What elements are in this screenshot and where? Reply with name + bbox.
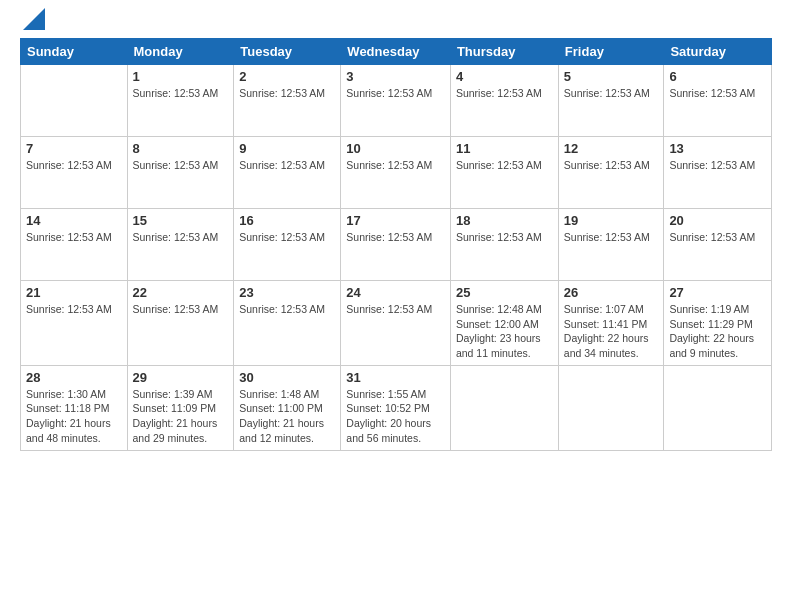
day-info: Sunrise: 1:07 AMSunset: 11:41 PMDaylight… (564, 302, 659, 361)
day-number: 27 (669, 285, 766, 300)
day-number: 26 (564, 285, 659, 300)
day-number: 9 (239, 141, 335, 156)
day-info: Sunrise: 1:30 AMSunset: 11:18 PMDaylight… (26, 387, 122, 446)
calendar-cell: 29Sunrise: 1:39 AMSunset: 11:09 PMDaylig… (127, 365, 234, 450)
week-row-5: 28Sunrise: 1:30 AMSunset: 11:18 PMDaylig… (21, 365, 772, 450)
calendar-cell: 28Sunrise: 1:30 AMSunset: 11:18 PMDaylig… (21, 365, 128, 450)
week-row-3: 14Sunrise: 12:53 AM15Sunrise: 12:53 AM16… (21, 209, 772, 281)
calendar-cell: 24Sunrise: 12:53 AM (341, 281, 451, 366)
day-number: 19 (564, 213, 659, 228)
week-row-4: 21Sunrise: 12:53 AM22Sunrise: 12:53 AM23… (21, 281, 772, 366)
calendar-cell: 9Sunrise: 12:53 AM (234, 137, 341, 209)
day-info: Sunrise: 12:53 AM (26, 230, 122, 245)
day-info: Sunrise: 12:53 AM (456, 86, 553, 101)
day-number: 8 (133, 141, 229, 156)
calendar-cell (558, 365, 664, 450)
calendar-cell: 13Sunrise: 12:53 AM (664, 137, 772, 209)
calendar-cell (450, 365, 558, 450)
day-info: Sunrise: 1:19 AMSunset: 11:29 PMDaylight… (669, 302, 766, 361)
col-monday: Monday (127, 39, 234, 65)
day-info: Sunrise: 12:53 AM (564, 86, 659, 101)
day-number: 7 (26, 141, 122, 156)
day-info: Sunrise: 12:53 AM (133, 230, 229, 245)
header (20, 16, 772, 30)
calendar-cell: 6Sunrise: 12:53 AM (664, 65, 772, 137)
day-number: 30 (239, 370, 335, 385)
col-tuesday: Tuesday (234, 39, 341, 65)
day-info: Sunrise: 12:53 AM (669, 230, 766, 245)
day-number: 21 (26, 285, 122, 300)
calendar-cell: 5Sunrise: 12:53 AM (558, 65, 664, 137)
calendar-cell: 3Sunrise: 12:53 AM (341, 65, 451, 137)
calendar-cell: 10Sunrise: 12:53 AM (341, 137, 451, 209)
day-info: Sunrise: 12:53 AM (346, 86, 445, 101)
calendar-cell: 20Sunrise: 12:53 AM (664, 209, 772, 281)
calendar-cell: 27Sunrise: 1:19 AMSunset: 11:29 PMDaylig… (664, 281, 772, 366)
calendar-cell (21, 65, 128, 137)
day-number: 13 (669, 141, 766, 156)
day-info: Sunrise: 12:53 AM (346, 230, 445, 245)
day-number: 2 (239, 69, 335, 84)
calendar-cell: 19Sunrise: 12:53 AM (558, 209, 664, 281)
page: Sunday Monday Tuesday Wednesday Thursday… (0, 0, 792, 612)
day-number: 6 (669, 69, 766, 84)
calendar-table: Sunday Monday Tuesday Wednesday Thursday… (20, 38, 772, 451)
day-number: 29 (133, 370, 229, 385)
svg-marker-0 (23, 8, 45, 30)
calendar-cell: 15Sunrise: 12:53 AM (127, 209, 234, 281)
day-number: 10 (346, 141, 445, 156)
day-number: 4 (456, 69, 553, 84)
day-info: Sunrise: 12:48 AMSunset: 12:00 AMDayligh… (456, 302, 553, 361)
day-number: 18 (456, 213, 553, 228)
day-info: Sunrise: 1:48 AMSunset: 11:00 PMDaylight… (239, 387, 335, 446)
week-row-1: 1Sunrise: 12:53 AM2Sunrise: 12:53 AM3Sun… (21, 65, 772, 137)
day-info: Sunrise: 12:53 AM (669, 158, 766, 173)
day-number: 25 (456, 285, 553, 300)
calendar-cell: 14Sunrise: 12:53 AM (21, 209, 128, 281)
calendar-cell: 30Sunrise: 1:48 AMSunset: 11:00 PMDaylig… (234, 365, 341, 450)
logo-icon (23, 8, 45, 30)
col-friday: Friday (558, 39, 664, 65)
day-number: 24 (346, 285, 445, 300)
day-number: 15 (133, 213, 229, 228)
col-wednesday: Wednesday (341, 39, 451, 65)
calendar-cell: 21Sunrise: 12:53 AM (21, 281, 128, 366)
calendar-cell: 23Sunrise: 12:53 AM (234, 281, 341, 366)
day-number: 11 (456, 141, 553, 156)
calendar-cell: 12Sunrise: 12:53 AM (558, 137, 664, 209)
col-sunday: Sunday (21, 39, 128, 65)
day-info: Sunrise: 12:53 AM (133, 86, 229, 101)
day-info: Sunrise: 1:39 AMSunset: 11:09 PMDaylight… (133, 387, 229, 446)
day-number: 17 (346, 213, 445, 228)
logo (20, 16, 45, 30)
day-number: 14 (26, 213, 122, 228)
calendar-cell: 11Sunrise: 12:53 AM (450, 137, 558, 209)
calendar-cell: 7Sunrise: 12:53 AM (21, 137, 128, 209)
calendar-cell: 16Sunrise: 12:53 AM (234, 209, 341, 281)
day-info: Sunrise: 12:53 AM (133, 158, 229, 173)
day-number: 5 (564, 69, 659, 84)
col-saturday: Saturday (664, 39, 772, 65)
day-info: Sunrise: 12:53 AM (564, 230, 659, 245)
calendar-header-row: Sunday Monday Tuesday Wednesday Thursday… (21, 39, 772, 65)
day-info: Sunrise: 12:53 AM (239, 302, 335, 317)
col-thursday: Thursday (450, 39, 558, 65)
calendar-cell: 8Sunrise: 12:53 AM (127, 137, 234, 209)
day-info: Sunrise: 12:53 AM (564, 158, 659, 173)
day-info: Sunrise: 12:53 AM (239, 158, 335, 173)
calendar-cell: 26Sunrise: 1:07 AMSunset: 11:41 PMDaylig… (558, 281, 664, 366)
day-number: 12 (564, 141, 659, 156)
calendar-cell: 31Sunrise: 1:55 AMSunset: 10:52 PMDaylig… (341, 365, 451, 450)
day-number: 1 (133, 69, 229, 84)
calendar-cell: 25Sunrise: 12:48 AMSunset: 12:00 AMDayli… (450, 281, 558, 366)
calendar-cell: 22Sunrise: 12:53 AM (127, 281, 234, 366)
calendar-cell: 18Sunrise: 12:53 AM (450, 209, 558, 281)
day-info: Sunrise: 12:53 AM (239, 230, 335, 245)
day-info: Sunrise: 12:53 AM (239, 86, 335, 101)
day-number: 31 (346, 370, 445, 385)
day-info: Sunrise: 1:55 AMSunset: 10:52 PMDaylight… (346, 387, 445, 446)
day-number: 3 (346, 69, 445, 84)
day-number: 28 (26, 370, 122, 385)
day-info: Sunrise: 12:53 AM (346, 158, 445, 173)
day-info: Sunrise: 12:53 AM (456, 158, 553, 173)
